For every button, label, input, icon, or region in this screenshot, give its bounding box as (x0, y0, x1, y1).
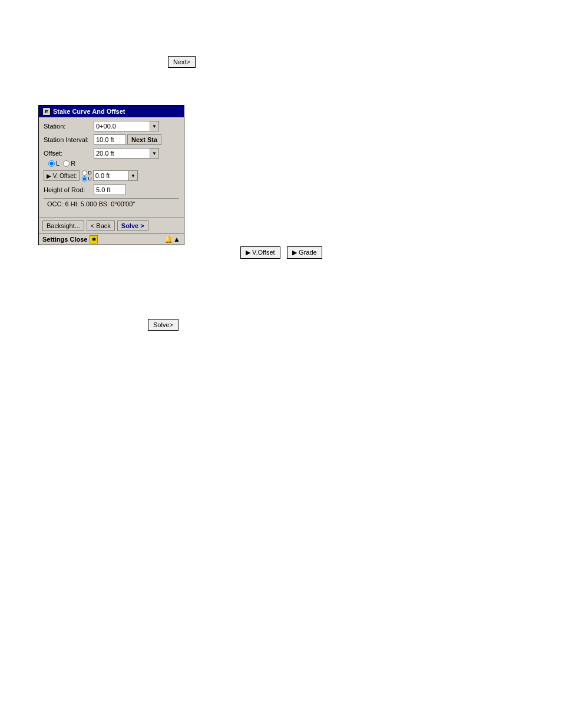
status-text: OCC: 6 HI: 5.000 BS: 0°00'00" (47, 200, 135, 207)
close-label: Close (70, 236, 87, 243)
grade-right-button[interactable]: ▶ Grade (287, 246, 322, 259)
station-interval-label: Station Interval: (44, 136, 94, 143)
dialog-title-bar: E Stake Curve And Offset (39, 106, 184, 117)
dialog-icon: E (42, 107, 51, 116)
status-bar: OCC: 6 HI: 5.000 BS: 0°00'00" (44, 198, 179, 209)
d-label: D (88, 170, 92, 176)
station-input[interactable] (94, 121, 150, 131)
offset-radio-row: L R (48, 160, 179, 167)
voffset-input-group: ▼ (93, 170, 138, 181)
solve-dialog-button[interactable]: Solve > (117, 220, 148, 231)
u-label: U (88, 176, 92, 182)
voffset-input[interactable] (93, 170, 128, 181)
d-radio[interactable] (82, 170, 87, 176)
height-of-rod-input[interactable] (94, 185, 126, 195)
dialog-title-text: Stake Curve And Offset (53, 108, 125, 115)
station-dropdown[interactable]: ▼ (150, 121, 159, 131)
offset-r-label: R (71, 160, 75, 167)
station-interval-input[interactable] (94, 134, 126, 145)
next-button[interactable]: Next> (168, 56, 196, 68)
offset-l-label: L (56, 160, 59, 167)
bell-icon[interactable]: 🔔 (164, 235, 173, 243)
height-of-rod-label: Height of Rod: (44, 186, 94, 193)
back-button[interactable]: < Back (87, 220, 115, 231)
offset-label-row: Offset: ▼ (44, 148, 179, 159)
offset-r-radio[interactable] (63, 160, 70, 167)
offset-label: Offset: (44, 150, 94, 157)
du-radio-group: D U (82, 170, 92, 182)
dialog-body: Station: ▼ Station Interval: Next Sta Of… (39, 117, 184, 218)
u-radio[interactable] (82, 176, 87, 182)
stake-curve-dialog: E Stake Curve And Offset Station: ▼ Stat… (38, 105, 184, 245)
station-label: Station: (44, 123, 94, 130)
station-row: Station: ▼ (44, 121, 179, 131)
station-input-group: ▼ (94, 121, 159, 131)
offset-section: Offset: ▼ L R (44, 148, 179, 167)
d-radio-label[interactable]: D (82, 170, 92, 176)
next-sta-button[interactable]: Next Sta (127, 134, 161, 145)
up-arrow-icon[interactable]: ▲ (173, 235, 180, 243)
offset-l-radio-label[interactable]: L (48, 160, 59, 167)
bottom-bar: Backsight... < Back Solve > (39, 218, 184, 233)
height-of-rod-row: Height of Rod: (44, 185, 179, 195)
voffset-dropdown[interactable]: ▼ (128, 170, 138, 181)
voffset-section: ▶ V. Offset: D U ▼ (44, 170, 179, 182)
offset-input[interactable] (94, 148, 150, 159)
voffset-button[interactable]: ▶ V. Offset: (44, 170, 80, 181)
offset-input-group: ▼ (94, 148, 159, 159)
backsight-button[interactable]: Backsight... (42, 220, 84, 231)
offset-l-radio[interactable] (48, 160, 55, 167)
station-interval-row: Station Interval: Next Sta (44, 134, 179, 145)
offset-dropdown[interactable]: ▼ (150, 148, 159, 159)
settings-bar: Settings Close ✱ 🔔 ▲ (39, 233, 184, 245)
voffset-right-button[interactable]: ▶ V.Offset (240, 246, 280, 259)
u-radio-label[interactable]: U (82, 176, 92, 182)
solve-button[interactable]: Solve> (148, 319, 178, 331)
settings-icon[interactable]: ✱ (90, 235, 98, 243)
settings-label: Settings (42, 236, 68, 243)
offset-r-radio-label[interactable]: R (63, 160, 75, 167)
